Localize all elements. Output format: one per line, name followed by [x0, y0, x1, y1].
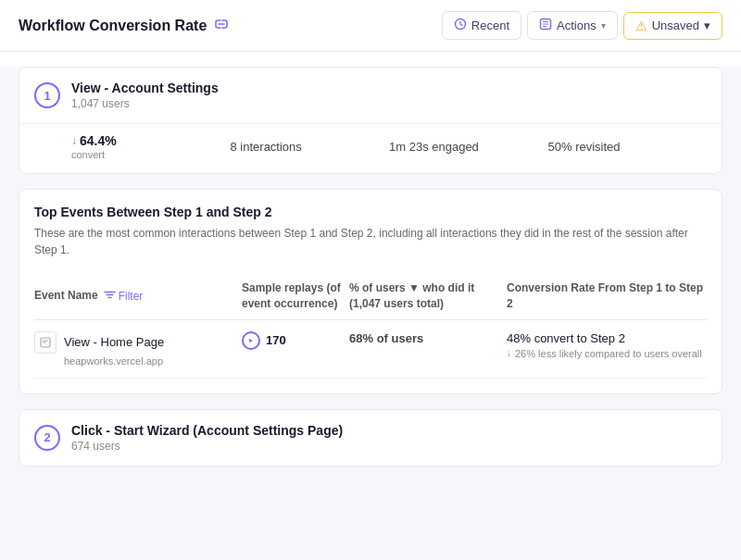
interactions-metric: 8 interactions [231, 140, 390, 154]
step-2-card: 2 Click - Start Wizard (Account Settings… [19, 409, 722, 467]
header-right: Recent Actions ▾ ⚠ Unsaved ▾ [442, 11, 722, 40]
step-1-users: 1,047 users [71, 97, 707, 110]
step-2-header: 2 Click - Start Wizard (Account Settings… [19, 410, 722, 466]
interactions-value: 8 interactions [231, 140, 302, 154]
engaged-metric: 1m 23s engaged [389, 140, 548, 154]
event-url: heapworks.vercel.app [34, 355, 234, 367]
unsaved-button[interactable]: ⚠ Unsaved ▾ [623, 12, 722, 40]
step-2-name: Click - Start Wizard (Account Settings P… [71, 423, 707, 438]
replay-icon[interactable] [242, 331, 260, 350]
recent-label: Recent [471, 19, 509, 32]
step-1-name: View - Account Settings [71, 81, 707, 95]
convert-value: ↓ 64.4% [71, 133, 117, 148]
header-left: Workflow Conversion Rate [19, 17, 229, 34]
step-1-info: View - Account Settings 1,047 users [71, 81, 707, 110]
revisited-value: 50% revisited [548, 140, 621, 154]
step-2-users: 674 users [71, 440, 707, 453]
between-section: Top Events Between Step 1 and Step 2 The… [19, 189, 722, 394]
filter-button[interactable]: Filter [104, 289, 144, 304]
percent-cell: 68% of users [349, 331, 499, 345]
step-1-metrics: ↓ 64.4% convert 8 interactions 1m 23s en… [19, 123, 722, 173]
unsaved-chevron-icon: ▾ [704, 19, 710, 32]
chevron-down-icon: ▾ [601, 20, 606, 31]
step-1-card: 1 View - Account Settings 1,047 users ↓ … [19, 67, 722, 174]
conversion-cell: 48% convert to Step 2 ↓ 26% less likely … [507, 331, 707, 359]
event-page-icon [34, 331, 57, 354]
actions-icon [539, 18, 552, 33]
between-description: These are the most common interactions b… [34, 225, 707, 258]
link-icon[interactable] [214, 17, 229, 34]
table-row: View - Home Page heapworks.vercel.app 17… [34, 320, 707, 379]
unsaved-label: Unsaved [652, 19, 699, 32]
sample-count: 170 [266, 333, 286, 347]
recent-button[interactable]: Recent [442, 11, 521, 40]
step-1-header: 1 View - Account Settings 1,047 users [19, 68, 722, 123]
actions-button[interactable]: Actions ▾ [527, 11, 618, 40]
conversion-sub: ↓ 26% less likely compared to users over… [507, 348, 707, 359]
main-content: 1 View - Account Settings 1,047 users ↓ … [0, 67, 741, 560]
event-name-row: View - Home Page [34, 331, 234, 354]
col-percent-users: % of users ▼ who did it (1,047 users tot… [349, 280, 499, 312]
down-arrow-icon: ↓ [71, 134, 77, 147]
filter-label: Filter [119, 290, 144, 303]
warning-icon: ⚠ [635, 19, 647, 33]
event-cell: View - Home Page heapworks.vercel.app [34, 331, 234, 367]
step-2-number: 2 [34, 425, 60, 451]
sample-cell: 170 [242, 331, 342, 350]
event-name: View - Home Page [64, 335, 164, 349]
between-title: Top Events Between Step 1 and Step 2 [34, 205, 707, 219]
table-header: Event Name Filter Sample replays (of eve… [34, 273, 707, 320]
engaged-value: 1m 23s engaged [389, 140, 479, 154]
revisited-metric: 50% revisited [548, 140, 708, 154]
percent-value: 68% of users [349, 331, 423, 345]
page-title: Workflow Conversion Rate [19, 18, 207, 34]
step-1-number: 1 [34, 82, 60, 108]
col-event-name: Event Name Filter [34, 280, 234, 312]
clock-icon [454, 18, 467, 33]
conversion-sub-text: 26% less likely compared to users overal… [515, 348, 702, 359]
page-header: Workflow Conversion Rate Recent [0, 0, 741, 52]
convert-label: convert [71, 149, 105, 160]
col-conversion-rate: Conversion Rate From Step 1 to Step 2 [507, 280, 707, 312]
convert-metric: ↓ 64.4% convert [71, 133, 231, 160]
sub-down-icon: ↓ [507, 348, 511, 358]
col-sample-replays: Sample replays (of event occurrence) [242, 280, 342, 312]
step-2-info: Click - Start Wizard (Account Settings P… [71, 423, 707, 453]
filter-icon [104, 289, 116, 304]
actions-label: Actions [557, 19, 597, 32]
conversion-main: 48% convert to Step 2 [507, 331, 707, 345]
